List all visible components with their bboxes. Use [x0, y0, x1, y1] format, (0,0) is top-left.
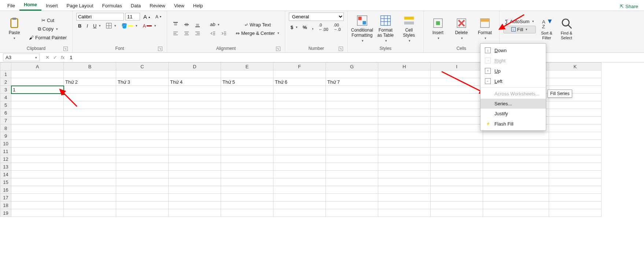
enter-formula-button[interactable]: ✓	[53, 55, 57, 60]
cell[interactable]	[431, 171, 483, 178]
cell[interactable]	[378, 171, 431, 178]
col-header[interactable]: D	[169, 63, 221, 70]
cell[interactable]	[11, 101, 64, 109]
cell[interactable]	[483, 132, 549, 140]
cell[interactable]	[431, 109, 483, 117]
decrease-decimal-button[interactable]: .00→.0	[332, 22, 343, 33]
cell[interactable]	[378, 70, 431, 78]
cell[interactable]	[64, 148, 116, 155]
cell[interactable]	[273, 148, 326, 155]
fill-down-item[interactable]: ↓ Down	[481, 45, 546, 55]
cell[interactable]	[273, 124, 326, 132]
cell[interactable]: Thứ 2	[64, 78, 116, 86]
cell[interactable]	[326, 86, 378, 94]
cell[interactable]	[483, 148, 549, 155]
percent-button[interactable]: %	[301, 23, 309, 31]
cell[interactable]	[273, 117, 326, 124]
cell[interactable]	[431, 132, 483, 140]
cell[interactable]	[116, 117, 169, 124]
col-header[interactable]: E	[221, 63, 273, 70]
cell[interactable]	[221, 140, 273, 148]
cell[interactable]	[326, 124, 378, 132]
row-header[interactable]: 2	[0, 78, 11, 86]
cell[interactable]	[549, 132, 601, 140]
cell[interactable]	[378, 101, 431, 109]
row-header[interactable]: 16	[0, 186, 11, 194]
cell[interactable]	[64, 186, 116, 194]
cell[interactable]	[549, 78, 601, 86]
italic-button[interactable]: I	[85, 22, 90, 30]
cell[interactable]	[11, 186, 64, 194]
cell[interactable]	[431, 163, 483, 171]
tab-data[interactable]: Data	[126, 1, 145, 11]
cell[interactable]	[431, 101, 483, 109]
cell[interactable]	[378, 140, 431, 148]
merge-center-button[interactable]: ⇔ Merge & Center	[234, 29, 281, 37]
cell-styles-button[interactable]: Cell Styles	[398, 13, 420, 44]
cell[interactable]	[64, 94, 116, 101]
cell[interactable]	[273, 155, 326, 163]
fill-handle[interactable]	[62, 93, 65, 95]
bold-button[interactable]: B	[76, 22, 83, 30]
row-header[interactable]: 19	[0, 209, 11, 217]
decrease-indent-button[interactable]	[208, 29, 218, 37]
cell[interactable]	[431, 117, 483, 124]
borders-button[interactable]	[104, 22, 118, 30]
cell[interactable]	[221, 109, 273, 117]
font-name-combo[interactable]	[76, 13, 124, 21]
fill-color-button[interactable]: 🪣	[119, 22, 139, 30]
cell[interactable]	[116, 194, 169, 202]
cell[interactable]	[11, 109, 64, 117]
cell[interactable]	[169, 148, 221, 155]
align-left-button[interactable]	[171, 29, 180, 37]
cell[interactable]	[326, 209, 378, 217]
cell[interactable]	[64, 109, 116, 117]
cell[interactable]	[549, 148, 601, 155]
cell[interactable]	[273, 101, 326, 109]
cell[interactable]	[11, 132, 64, 140]
increase-decimal-button[interactable]: .0←.00	[317, 22, 330, 33]
cell[interactable]	[273, 209, 326, 217]
col-header[interactable]: I	[431, 63, 483, 70]
cell[interactable]	[326, 194, 378, 202]
cell[interactable]	[326, 171, 378, 178]
cell[interactable]	[116, 148, 169, 155]
cell[interactable]	[326, 70, 378, 78]
autosum-button[interactable]: ∑ AutoSum	[503, 18, 536, 25]
cell[interactable]	[273, 178, 326, 186]
cell[interactable]	[273, 186, 326, 194]
cell[interactable]	[431, 202, 483, 209]
cell[interactable]	[326, 101, 378, 109]
cell[interactable]	[64, 209, 116, 217]
cell[interactable]	[116, 163, 169, 171]
cell[interactable]	[326, 186, 378, 194]
cell[interactable]	[116, 94, 169, 101]
cell[interactable]	[169, 171, 221, 178]
row-header[interactable]: 6	[0, 109, 11, 117]
cell[interactable]	[378, 194, 431, 202]
cell[interactable]	[273, 163, 326, 171]
cell[interactable]	[273, 171, 326, 178]
cell[interactable]	[378, 124, 431, 132]
cell[interactable]	[431, 186, 483, 194]
cell[interactable]	[549, 186, 601, 194]
cell[interactable]	[169, 117, 221, 124]
cell[interactable]	[483, 155, 549, 163]
cell[interactable]	[549, 209, 601, 217]
cell[interactable]	[326, 163, 378, 171]
fx-button[interactable]: fx	[61, 55, 65, 60]
cell[interactable]: Thứ 6	[273, 78, 326, 86]
cell[interactable]	[221, 163, 273, 171]
fill-flash-item[interactable]: ⚡ Flash Fill	[481, 119, 546, 129]
cell[interactable]	[221, 124, 273, 132]
dialog-launcher-icon[interactable]: ↘	[158, 47, 162, 51]
cell[interactable]	[549, 70, 601, 78]
cell[interactable]	[326, 155, 378, 163]
cell[interactable]	[273, 94, 326, 101]
fill-justify-item[interactable]: Justify	[481, 109, 546, 119]
orientation-button[interactable]: ab	[208, 21, 221, 28]
cell[interactable]	[326, 109, 378, 117]
cell[interactable]	[64, 86, 116, 94]
cell[interactable]	[483, 194, 549, 202]
row-header[interactable]: 7	[0, 117, 11, 124]
